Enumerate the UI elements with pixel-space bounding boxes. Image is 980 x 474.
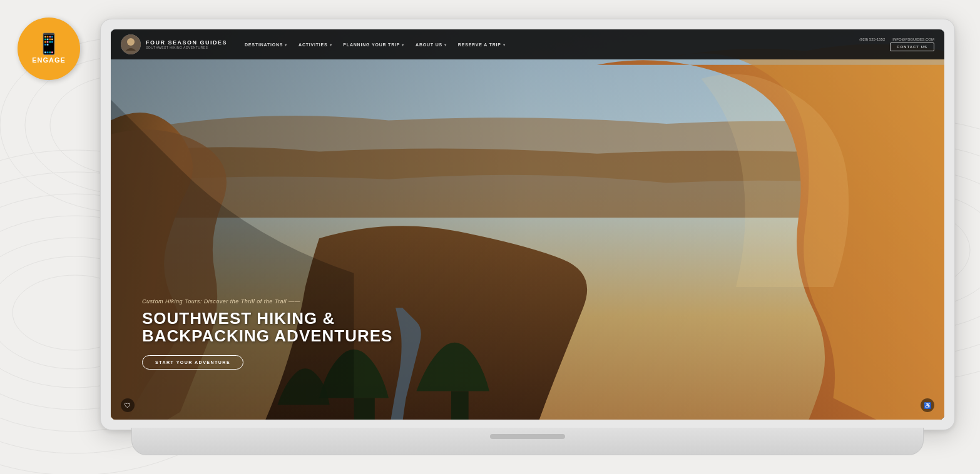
hero-content: Custom Hiking Tours: Discover the Thrill… — [142, 298, 392, 370]
contact-button[interactable]: CONTACT US — [890, 43, 934, 51]
logo-text: FOUR SEASON GUIDES SOUTHWEST HIKING ADVE… — [146, 39, 227, 50]
laptop-bezel: FOUR SEASON GUIDES SOUTHWEST HIKING ADVE… — [100, 19, 955, 430]
hero-title: SOUTHWEST HIKING & BACKPACKING ADVENTURE… — [142, 310, 392, 345]
laptop-body: FOUR SEASON GUIDES SOUTHWEST HIKING ADVE… — [100, 19, 955, 455]
phone-number: (928) 525-1552 — [859, 38, 885, 41]
laptop-wrapper: FOUR SEASON GUIDES SOUTHWEST HIKING ADVE… — [100, 19, 955, 455]
chevron-down-icon: ▾ — [285, 43, 287, 47]
chevron-down-icon: ▾ — [503, 43, 506, 47]
laptop-screen: FOUR SEASON GUIDES SOUTHWEST HIKING ADVE… — [111, 29, 944, 420]
logo-image — [121, 34, 141, 54]
svg-point-17 — [127, 38, 135, 46]
hero-cta-button[interactable]: START YOUR ADVENTURE — [142, 355, 243, 370]
hero-title-line2: BACKPACKING ADVENTURES — [142, 326, 392, 345]
hero-subtitle: Custom Hiking Tours: Discover the Thrill… — [142, 298, 392, 305]
nav-activities[interactable]: ACTIVITIES ▾ — [293, 40, 337, 49]
badge-icon: 📱 — [36, 34, 61, 54]
site-header: FOUR SEASON GUIDES SOUTHWEST HIKING ADVE… — [111, 29, 944, 59]
logo-title: FOUR SEASON GUIDES — [146, 39, 227, 46]
nav-destinations[interactable]: DESTINATIONS ▾ — [240, 40, 292, 49]
badge-label: ENGAGE — [32, 56, 66, 64]
nav-about[interactable]: ABOUT US ▾ — [411, 40, 452, 49]
nav-planning[interactable]: PLANNING YOUR TRIP ▾ — [338, 40, 409, 49]
email-address: INFO@FSGUIDES.COM — [892, 38, 934, 41]
chevron-down-icon: ▾ — [402, 43, 404, 47]
site-logo: FOUR SEASON GUIDES SOUTHWEST HIKING ADVE… — [121, 34, 227, 54]
engage-badge: 📱 ENGAGE — [18, 18, 80, 80]
contact-details: (928) 525-1552 INFO@FSGUIDES.COM — [859, 38, 934, 41]
site-nav: DESTINATIONS ▾ ACTIVITIES ▾ PLANNING YOU… — [240, 40, 859, 49]
header-contact-info: (928) 525-1552 INFO@FSGUIDES.COM CONTACT… — [859, 38, 934, 51]
accessibility-icon: ♿ — [921, 398, 934, 412]
chevron-down-icon: ▾ — [330, 43, 332, 47]
shield-icon: 🛡 — [121, 398, 135, 412]
laptop-base — [131, 428, 924, 455]
chevron-down-icon: ▾ — [444, 43, 447, 47]
nav-reserve[interactable]: RESERVE A TRIP ▾ — [453, 40, 511, 49]
logo-subtitle: SOUTHWEST HIKING ADVENTURES — [146, 46, 227, 49]
hero-title-line1: SOUTHWEST HIKING & — [142, 309, 335, 328]
